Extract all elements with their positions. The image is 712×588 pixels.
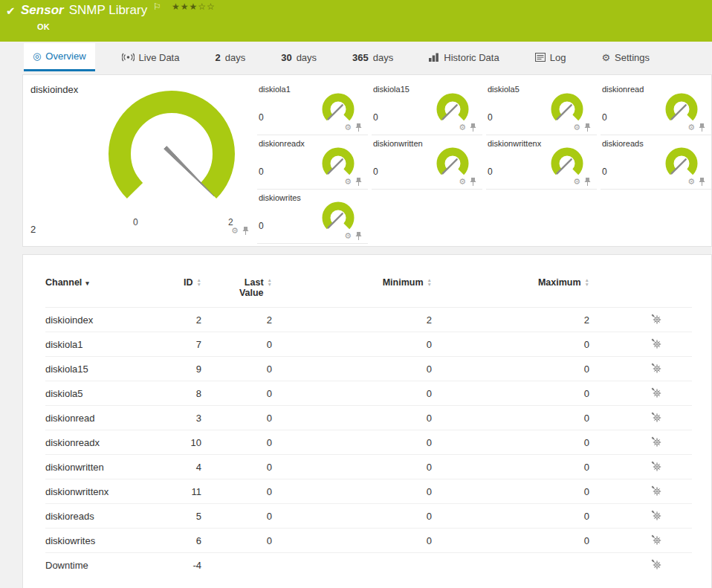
tab-30-days[interactable]: 30 days bbox=[272, 43, 326, 71]
gauge-pin-icon[interactable] bbox=[242, 226, 249, 235]
gauge-gear-icon[interactable]: ⚙ bbox=[573, 178, 580, 186]
column-header-last-value[interactable]: Last Value▲▼ bbox=[201, 274, 272, 308]
mini-gauge-value: 0 bbox=[602, 167, 607, 177]
table-row[interactable]: diskiola1 7 0 0 0 bbox=[45, 332, 692, 357]
mini-gauge-value: 0 bbox=[488, 112, 493, 123]
gauge-gear-icon[interactable]: ⚙ bbox=[344, 123, 352, 132]
gauge-gear-icon[interactable]: ⚙ bbox=[344, 178, 352, 186]
channel-settings-gear-icon[interactable] bbox=[650, 412, 662, 422]
table-row[interactable]: diskionread 3 0 0 0 bbox=[45, 406, 692, 430]
tab-overview[interactable]: ◎ Overview bbox=[24, 43, 95, 71]
mini-gauge-value: 0 bbox=[373, 112, 378, 123]
table-row[interactable]: diskionwritten 4 0 0 0 bbox=[45, 455, 692, 479]
tab-live-data[interactable]: Live Data bbox=[113, 43, 189, 71]
column-header-id[interactable]: ID▲▼ bbox=[164, 274, 201, 308]
channel-settings-gear-icon[interactable] bbox=[650, 485, 662, 496]
gauge-pin-icon[interactable] bbox=[699, 177, 705, 186]
channel-settings-gear-icon[interactable] bbox=[650, 510, 662, 520]
cell-actions bbox=[589, 529, 692, 553]
gauge-gear-icon[interactable]: ⚙ bbox=[459, 178, 466, 186]
mini-gauge-value: 0 bbox=[373, 167, 378, 177]
channel-settings-gear-icon[interactable] bbox=[650, 314, 662, 324]
tab-2-days[interactable]: 2 days bbox=[206, 43, 254, 71]
cell-minimum: 0 bbox=[272, 406, 432, 430]
main-gauge-value: 2 bbox=[30, 224, 36, 235]
mini-gauge-title: diskiowrites bbox=[259, 193, 301, 202]
table-row[interactable]: diskiola5 8 0 0 0 bbox=[45, 381, 692, 406]
table-row[interactable]: Downtime -4 bbox=[45, 553, 692, 578]
cell-minimum: 0 bbox=[272, 332, 432, 357]
tab-bar: ◎ Overview Live Data 2 days 30 days 365 … bbox=[24, 43, 709, 71]
settings-gear-icon: ⚙ bbox=[601, 53, 610, 62]
page-title-prefix: Sensor bbox=[21, 3, 64, 17]
mini-gauge-title: diskionwritten bbox=[373, 139, 423, 148]
cell-maximum: 0 bbox=[432, 357, 589, 381]
gauge-gear-icon[interactable]: ⚙ bbox=[231, 227, 239, 235]
cell-id: 5 bbox=[164, 504, 201, 529]
table-row[interactable]: diskioindex 2 2 2 2 bbox=[45, 308, 692, 332]
gauge-pin-icon[interactable] bbox=[470, 123, 476, 132]
channel-settings-gear-icon[interactable] bbox=[650, 387, 662, 398]
cell-id: 3 bbox=[164, 406, 201, 430]
gauge-pin-icon[interactable] bbox=[355, 231, 362, 240]
channel-settings-gear-icon[interactable] bbox=[650, 436, 662, 447]
column-header-channel[interactable]: Channel▾ bbox=[45, 274, 164, 308]
sort-arrows-icon: ▲▼ bbox=[268, 278, 272, 286]
page-title: SensorSNMP Library bbox=[21, 3, 147, 18]
gauge-gear-icon[interactable]: ⚙ bbox=[344, 232, 352, 240]
star-rating[interactable]: ★★★☆☆ bbox=[172, 1, 216, 12]
status-badge: OK bbox=[37, 22, 50, 31]
log-icon bbox=[535, 53, 546, 62]
mini-gauge-actions: ⚙ bbox=[687, 123, 705, 132]
gauge-pin-icon[interactable] bbox=[584, 177, 591, 186]
mini-gauge-value: 0 bbox=[259, 221, 264, 231]
table-row[interactable]: diskioreads 5 0 0 0 bbox=[45, 504, 692, 529]
cell-minimum: 0 bbox=[272, 381, 432, 406]
cell-last-value: 0 bbox=[201, 504, 272, 529]
cell-channel: diskiola15 bbox=[45, 357, 164, 381]
table-row[interactable]: diskionwrittenx 11 0 0 0 bbox=[45, 479, 692, 504]
gauge-gear-icon[interactable]: ⚙ bbox=[687, 123, 695, 132]
gauge-pin-icon[interactable] bbox=[355, 177, 362, 186]
gauge-pin-icon[interactable] bbox=[584, 123, 591, 132]
mini-gauge-value: 0 bbox=[488, 167, 493, 177]
table-row[interactable]: diskiowrites 6 0 0 0 bbox=[45, 529, 692, 553]
channel-settings-gear-icon[interactable] bbox=[650, 559, 662, 569]
gauge-pin-icon[interactable] bbox=[355, 123, 362, 132]
table-row[interactable]: diskiola15 9 0 0 0 bbox=[45, 357, 692, 381]
mini-gauge-actions: ⚙ bbox=[459, 123, 476, 132]
cell-maximum: 0 bbox=[432, 479, 589, 504]
mini-gauge: diskiowrites 0 ⚙ bbox=[257, 190, 368, 244]
gauge-gear-icon[interactable]: ⚙ bbox=[687, 178, 695, 186]
tab-historic-data[interactable]: Historic Data bbox=[420, 43, 508, 71]
sensor-header: ✔ SensorSNMP Library ⚐ ★★★☆☆ OK bbox=[0, 0, 712, 42]
mini-gauge: diskiola15 0 ⚙ bbox=[372, 81, 482, 135]
mini-gauge-title: diskionreadx bbox=[259, 139, 305, 148]
cell-last-value: 0 bbox=[201, 332, 272, 357]
channel-settings-gear-icon[interactable] bbox=[650, 534, 662, 545]
column-header-minimum[interactable]: Minimum▲▼ bbox=[272, 274, 432, 308]
channel-settings-gear-icon[interactable] bbox=[650, 338, 662, 349]
table-header-row: Channel▾ ID▲▼ Last Value▲▼ Minimum▲▼ Max… bbox=[45, 274, 692, 308]
cell-actions bbox=[589, 332, 692, 357]
mini-gauge: diskioreads 0 ⚙ bbox=[601, 135, 711, 190]
channel-settings-gear-icon[interactable] bbox=[650, 363, 662, 373]
gauge-grid: diskiola1 0 ⚙ diskiola15 0 ⚙ diskiola5 0 bbox=[257, 81, 712, 244]
cell-maximum: 0 bbox=[432, 430, 589, 455]
gauge-pin-icon[interactable] bbox=[699, 123, 705, 132]
tab-365-days[interactable]: 365 days bbox=[343, 43, 402, 71]
cell-maximum: 0 bbox=[432, 381, 589, 406]
gauge-gear-icon[interactable]: ⚙ bbox=[573, 123, 580, 132]
channel-settings-gear-icon[interactable] bbox=[650, 461, 662, 471]
priority-flag-icon[interactable]: ⚐ bbox=[153, 1, 161, 12]
gauge-gear-icon[interactable]: ⚙ bbox=[459, 123, 466, 132]
channel-table-body: diskioindex 2 2 2 2 diskiola1 7 0 0 0 di… bbox=[45, 308, 692, 578]
table-row[interactable]: diskionreadx 10 0 0 0 bbox=[45, 430, 692, 455]
tab-log[interactable]: Log bbox=[526, 43, 575, 71]
mini-gauge: diskionread 0 ⚙ bbox=[601, 81, 711, 135]
tab-settings[interactable]: ⚙ Settings bbox=[592, 43, 658, 71]
gauge-pin-icon[interactable] bbox=[470, 177, 476, 186]
mini-gauge-actions: ⚙ bbox=[573, 177, 591, 186]
column-header-maximum[interactable]: Maximum▲▼ bbox=[432, 274, 589, 308]
cell-channel: diskioindex bbox=[45, 308, 164, 332]
